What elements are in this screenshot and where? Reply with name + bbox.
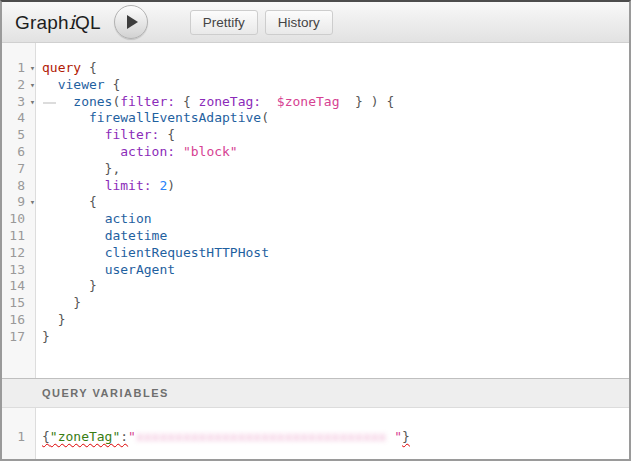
- code-text: {"zoneTag":"xxxxxxxxxxxxxxxxxxxxxxxxxxxx…: [37, 429, 410, 446]
- code-text: firewallEventsAdaptive(: [37, 110, 269, 127]
- fold-spacer: [28, 228, 37, 245]
- code-line: 15 }: [2, 295, 629, 312]
- code-line: 16 }: [2, 312, 629, 329]
- code-text: datetime: [37, 228, 167, 245]
- token-prop: userAgent: [105, 262, 175, 277]
- code-text: zones(filter: { zoneTag: $zoneTag } ) {: [37, 94, 394, 111]
- code-line: 6 action: "block": [2, 144, 629, 161]
- code-line: 5 filter: {: [2, 127, 629, 144]
- token-prop: zones: [73, 94, 112, 109]
- fold-arrow-icon[interactable]: ▾: [28, 94, 37, 111]
- code-text: },: [37, 161, 120, 178]
- token-str: "block": [183, 144, 238, 159]
- code-line: 13 userAgent: [2, 262, 629, 279]
- line-number: 1: [2, 429, 28, 446]
- toolbar: GraphiQL Prettify History: [2, 2, 629, 43]
- code-text: limit: 2): [37, 178, 175, 195]
- token-punc: {: [42, 194, 97, 209]
- token-var: $zoneTag: [277, 94, 340, 109]
- fold-arrow-icon[interactable]: ▾: [28, 194, 37, 211]
- code-text: filter: {: [37, 127, 175, 144]
- graphiql-logo: GraphiQL: [15, 11, 101, 34]
- fold-arrow-icon[interactable]: ▾: [28, 77, 37, 94]
- fold-spacer: [28, 262, 37, 279]
- code-text: }: [37, 312, 65, 329]
- code-text: viewer {: [37, 77, 120, 94]
- token-punc: }: [42, 295, 81, 310]
- line-number: 8: [2, 178, 28, 195]
- play-icon: [127, 15, 138, 29]
- code-line: 11 datetime: [2, 228, 629, 245]
- line-number: 10: [2, 211, 28, 228]
- code-line: 1{"zoneTag":"xxxxxxxxxxxxxxxxxxxxxxxxxxx…: [2, 429, 629, 446]
- token-punc: },: [42, 161, 120, 176]
- token-attr: filter:: [105, 127, 160, 142]
- code-text: action: "block": [37, 144, 238, 161]
- line-number: 5: [2, 127, 28, 144]
- token-punc: {: [105, 77, 121, 92]
- token-attr: limit:: [105, 178, 152, 193]
- token-punc: {: [42, 429, 50, 444]
- code-text: userAgent: [37, 262, 175, 279]
- token-prop: viewer: [58, 77, 105, 92]
- line-number: 1: [2, 60, 28, 77]
- variables-code: 1{"zoneTag":"xxxxxxxxxxxxxxxxxxxxxxxxxxx…: [2, 408, 629, 446]
- code-line: 17}: [2, 329, 629, 346]
- history-button[interactable]: History: [265, 10, 333, 35]
- query-editor[interactable]: 1▾query {2▾ viewer {3▾ zones(filter: { z…: [2, 43, 629, 378]
- token-punc: ): [167, 178, 175, 193]
- token-punc: [261, 94, 277, 109]
- token-attr: zoneTag:: [199, 94, 262, 109]
- line-number: 2: [2, 77, 28, 94]
- code-line: 3▾ zones(filter: { zoneTag: $zoneTag } )…: [2, 94, 629, 111]
- token-punc: }: [42, 312, 65, 327]
- code-text: query {: [37, 60, 97, 77]
- token-attr: filter:: [120, 94, 175, 109]
- fold-spacer: [28, 144, 37, 161]
- code-text: }: [37, 329, 50, 346]
- token-punc: [42, 178, 105, 193]
- token-str: xxxxxxxxxxxxxxxxxxxxxxxxxxxxxxxx: [136, 429, 386, 444]
- token-attr: action:: [120, 144, 175, 159]
- line-number: 12: [2, 245, 28, 262]
- token-punc: }: [42, 278, 97, 293]
- query-variables-header[interactable]: QUERY VARIABLES: [2, 378, 629, 408]
- line-number: 3: [2, 94, 28, 111]
- line-number: 16: [2, 312, 28, 329]
- code-line: 8 limit: 2): [2, 178, 629, 195]
- token-punc: [42, 228, 105, 243]
- token-str: ": [128, 429, 136, 444]
- code-line: 1▾query {: [2, 60, 629, 77]
- fold-spacer: [28, 178, 37, 195]
- code-text: clientRequestHTTPHost: [37, 245, 269, 262]
- line-number: 7: [2, 161, 28, 178]
- line-number: 17: [2, 329, 28, 346]
- variables-editor[interactable]: 1{"zoneTag":"xxxxxxxxxxxxxxxxxxxxxxxxxxx…: [2, 408, 629, 459]
- code-text: {: [37, 194, 97, 211]
- fold-spacer: [28, 278, 37, 295]
- token-str: ": [386, 429, 402, 444]
- fold-arrow-icon[interactable]: ▾: [28, 60, 37, 77]
- token-punc: [42, 144, 120, 159]
- token-punc: [175, 144, 183, 159]
- token-punc: {: [81, 60, 97, 75]
- code-line: 12 clientRequestHTTPHost: [2, 245, 629, 262]
- token-punc: {: [159, 127, 175, 142]
- token-punc: }: [402, 429, 410, 444]
- fold-spacer: [28, 127, 37, 144]
- token-prop: clientRequestHTTPHost: [105, 245, 269, 260]
- fold-spacer: [28, 295, 37, 312]
- prettify-button[interactable]: Prettify: [190, 10, 258, 35]
- line-number: 15: [2, 295, 28, 312]
- logo-text-post: QL: [75, 12, 101, 33]
- token-punc: [42, 110, 89, 125]
- fold-spacer: [28, 245, 37, 262]
- query-variables-title: QUERY VARIABLES: [42, 387, 169, 399]
- execute-query-button[interactable]: [114, 5, 148, 39]
- token-prop: firewallEventsAdaptive: [89, 110, 261, 125]
- query-code: 1▾query {2▾ viewer {3▾ zones(filter: { z…: [2, 43, 629, 346]
- code-line: 14 }: [2, 278, 629, 295]
- code-line: 4 firewallEventsAdaptive(: [2, 110, 629, 127]
- fold-spacer: [28, 429, 37, 446]
- fold-spacer: [28, 110, 37, 127]
